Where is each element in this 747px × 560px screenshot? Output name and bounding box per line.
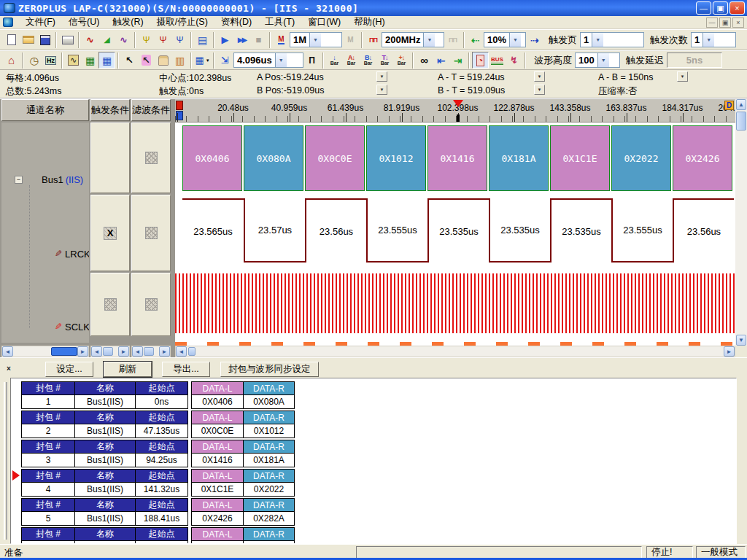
scroll-left-icon[interactable]: ◄ [2,346,13,357]
a-minus-b-dropdown[interactable]: ▼ [677,71,688,82]
close-icon[interactable]: × [729,1,745,15]
print-button[interactable] [59,31,76,48]
bus-data-block[interactable]: 0X080A [244,125,303,191]
display-mode-button[interactable]: ▼ [194,52,211,69]
menu-item[interactable]: 资料(D) [214,15,258,29]
lrck-waveform-row[interactable]: 23.565us23.57us23.56us23.555us23.535us23… [175,194,735,271]
menu-item[interactable]: 文件(F) [19,15,62,29]
scroll-right-icon[interactable]: ► [77,346,88,357]
trigger-marker-icon[interactable] [453,100,463,107]
scroll-down-icon[interactable]: ▼ [736,335,746,346]
menu-item[interactable]: 帮助(H) [347,15,391,29]
chevron-down-icon[interactable]: ▼ [275,53,287,67]
packet-entry[interactable]: 封包 # 名称 起始点 DATA-L DATA-R 1 Bus1(IIS) 0n… [21,381,295,409]
bus-data-block[interactable]: 0X0C0E [305,125,365,191]
trigger-pos-left-button[interactable] [467,31,484,48]
menu-item[interactable]: 触发(R) [106,15,150,29]
trigger-column-scrollbar[interactable]: ◄ ► [90,346,130,357]
packet-toolbar-button[interactable]: 设定... [45,362,93,377]
sclk-waveform-row[interactable] [175,271,735,335]
child-close-icon[interactable]: × [732,18,744,28]
scrollbar-thumb[interactable] [188,347,196,356]
go-to-end-button[interactable] [449,52,466,69]
a-minus-t-dropdown[interactable]: ▼ [534,71,545,82]
hand-tool-button[interactable] [155,52,171,69]
internal-clock-button[interactable] [365,31,382,48]
memory-page-button[interactable] [273,31,290,48]
trigger-range-button[interactable] [171,31,188,48]
scroll-right-icon[interactable]: ► [118,346,129,357]
external-clock-button[interactable] [444,31,461,48]
bus-channel-row[interactable]: − Bus1 (IIS) [1,174,89,185]
packet-value-row[interactable]: 4 Bus1(IIS) 141.32us 0X1C1E 0X2022 [21,483,295,497]
b-pos-dropdown[interactable]: ▼ [376,85,387,95]
bus-data-block[interactable]: 0X1416 [427,125,487,191]
pulse-width-setup-button[interactable] [82,31,98,48]
noise-filter-setup-button[interactable] [98,31,115,48]
data-waveform-partial-row[interactable] [175,335,735,346]
a-bar-button[interactable] [343,52,360,69]
scroll-left-icon[interactable]: ◄ [176,346,187,357]
scrollbar-thumb[interactable] [51,347,77,356]
packet-toolbar-button[interactable]: 刷新 [104,362,152,377]
chevron-down-icon[interactable]: ▼ [509,33,521,47]
stop-button[interactable] [250,31,267,48]
plus-bar-button[interactable] [393,52,410,69]
add-bar-button[interactable] [326,52,343,69]
listing-window-button[interactable] [82,52,98,69]
packet-panel-close-icon[interactable]: × [4,365,13,373]
search-button[interactable] [416,52,433,69]
filter-cell-sclk[interactable] [131,273,171,336]
packet-value-row[interactable]: 1 Bus1(IIS) 0ns 0X0406 0X080A [21,395,295,409]
packet-entry[interactable]: 封包 # 名称 起始点 DATA-L DATA-R 4 Bus1(IIS) 14… [21,469,295,497]
lrck-channel-row[interactable]: LRCK [1,248,89,260]
channel-panel-scrollbar[interactable]: ◄ ► [1,346,89,357]
glitch-view-button[interactable] [506,52,522,69]
trigger-position-combo[interactable]: 10% ▼ [484,32,526,47]
packet-value-row[interactable]: 3 Bus1(IIS) 94.25us 0X1416 0X181A [21,454,295,467]
frequency-display-button[interactable] [42,52,59,69]
minimize-icon[interactable]: — [696,1,711,15]
packet-value-row[interactable]: 5 Bus1(IIS) 188.41us 0X2426 0X282A [21,512,295,526]
packet-entry[interactable]: 封包 # 名称 起始点 DATA-L DATA-R 2 Bus1(IIS) 47… [21,411,295,438]
trigger-page-combo[interactable]: 1 ▼ [580,32,644,47]
packet-value-row[interactable]: 2 Bus1(IIS) 47.135us 0X0C0E 0X1012 [21,424,295,438]
bus-data-block[interactable]: 0X2426 [673,125,732,191]
trigger-cell-sclk[interactable] [90,273,130,336]
trigger-mark-button[interactable] [155,31,171,48]
bus-data-block[interactable]: 0X1012 [366,125,426,191]
signal-edit-button[interactable] [115,31,132,48]
zoom-fit-button[interactable] [217,52,233,69]
trigger-property-button[interactable] [138,31,155,48]
bus-property-button[interactable] [194,31,211,48]
scrollbar-thumb[interactable] [736,112,746,131]
statistics-button[interactable] [171,52,188,69]
waveform-h-scrollbar[interactable]: ◄ ► [175,346,735,357]
menu-item[interactable]: 窗口(W) [301,15,347,29]
bus-data-block[interactable]: 0X2022 [611,125,671,191]
trigger-cell-lrck[interactable]: X [90,195,130,271]
new-file-button[interactable] [3,31,20,48]
filter-cell-bus[interactable] [131,122,171,193]
scrollbar-thumb[interactable] [144,347,154,356]
packet-entry[interactable]: 封包 # 名称 起始点 DATA-L DATA-R 6 Bus1(IIS) 23… [21,527,295,544]
scroll-left-icon[interactable]: ◄ [132,346,143,357]
a-pos-dropdown[interactable]: ▼ [376,71,387,82]
scrollbar-thumb[interactable] [103,347,113,356]
trigger-count-combo[interactable]: 1 ▼ [691,32,736,47]
scroll-right-icon[interactable]: ► [159,346,170,357]
run-button[interactable] [217,31,233,48]
waveform-v-scrollbar[interactable]: ▲ ▼ [735,99,747,346]
open-file-button[interactable] [20,31,36,48]
scroll-up-icon[interactable]: ▲ [736,99,746,110]
menu-item[interactable]: 摄取/停止(S) [150,15,214,29]
bus-data-block[interactable]: 0X0406 [182,125,242,191]
sample-rate-combo[interactable]: 200MHz ▼ [382,32,444,47]
t-bar-button[interactable] [376,52,393,69]
t-bar-marker-icon[interactable] [176,101,183,110]
b-bar-button[interactable] [360,52,376,69]
chevron-down-icon[interactable]: ▼ [597,53,609,67]
chevron-down-icon[interactable]: ▼ [703,33,714,47]
packet-toolbar-button[interactable]: 导出... [162,362,210,377]
go-to-start-button[interactable] [433,52,449,69]
